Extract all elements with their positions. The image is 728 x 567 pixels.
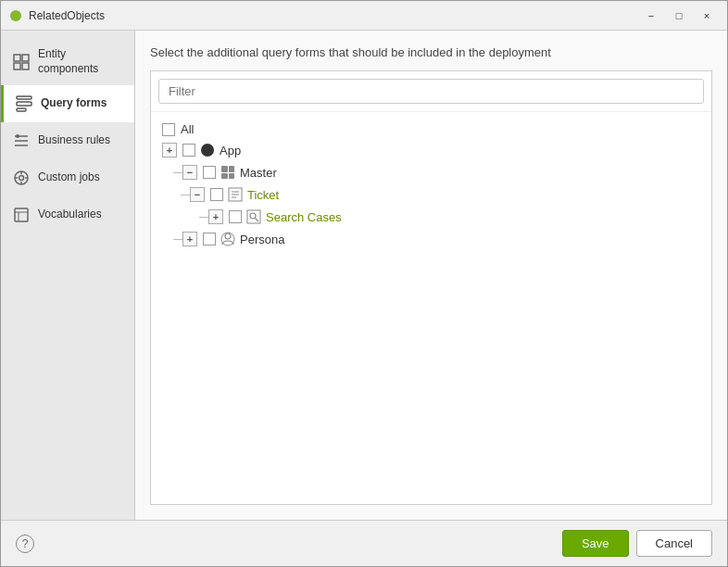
tree-node-master[interactable]: − Master — [155, 161, 708, 183]
sidebar-query-forms-label: Query forms — [41, 96, 107, 111]
svg-rect-15 — [15, 208, 28, 221]
window-controls: − □ × — [638, 6, 720, 25]
svg-rect-5 — [17, 96, 31, 99]
sidebar-custom-jobs-label: Custom jobs — [38, 170, 100, 185]
ticket-label: Ticket — [247, 188, 279, 202]
tree-area: All + App — [151, 112, 711, 504]
entity-components-icon — [12, 53, 31, 71]
window: RelatedObjects − □ × Entity components — [0, 0, 728, 567]
main-content: Entity components Query forms — [1, 31, 727, 520]
expand-master[interactable]: − — [182, 165, 197, 180]
app-label: App — [220, 144, 241, 158]
content-area: Select the additional query forms that s… — [135, 31, 727, 520]
minimize-button[interactable]: − — [638, 6, 664, 25]
master-node-icon — [220, 164, 236, 181]
window-title: RelatedObjects — [29, 9, 638, 22]
query-forms-icon — [15, 94, 33, 113]
sidebar-item-entity-components[interactable]: Entity components — [1, 38, 134, 85]
sidebar-business-rules-label: Business rules — [38, 133, 110, 148]
save-button[interactable]: Save — [562, 530, 629, 557]
persona-label: Persona — [240, 233, 284, 246]
sidebar-item-business-rules[interactable]: Business rules — [1, 122, 134, 159]
titlebar: RelatedObjects − □ × — [1, 1, 727, 31]
business-rules-icon — [12, 132, 31, 150]
master-label: Master — [240, 166, 277, 180]
all-checkbox[interactable] — [162, 123, 175, 136]
custom-jobs-icon — [12, 169, 31, 187]
checkbox-master[interactable] — [203, 166, 216, 179]
sidebar-entity-components-label: Entity components — [38, 47, 123, 76]
svg-rect-2 — [22, 55, 29, 61]
expand-ticket[interactable]: − — [190, 187, 205, 202]
svg-rect-1 — [14, 55, 20, 61]
sidebar-item-query-forms[interactable]: Query forms — [1, 85, 134, 122]
filter-input[interactable] — [158, 79, 704, 104]
sidebar-vocabularies-label: Vocabularies — [38, 208, 102, 222]
svg-rect-4 — [22, 63, 29, 69]
all-row: All — [155, 120, 708, 139]
ticket-node-icon — [227, 186, 244, 203]
svg-point-25 — [225, 233, 231, 239]
svg-rect-7 — [17, 108, 26, 111]
svg-point-0 — [10, 10, 21, 21]
app-icon — [8, 8, 23, 23]
expand-app[interactable]: + — [162, 143, 177, 158]
svg-rect-6 — [17, 102, 31, 106]
app-node-icon — [199, 142, 216, 158]
tree-node-search-cases[interactable]: + Search Cases — [155, 206, 708, 228]
maximize-button[interactable]: □ — [666, 6, 692, 25]
cancel-button[interactable]: Cancel — [636, 530, 712, 557]
sidebar-item-custom-jobs[interactable]: Custom jobs — [1, 159, 134, 196]
expand-persona[interactable]: + — [182, 232, 197, 246]
search-cases-label: Search Cases — [266, 210, 342, 224]
help-button[interactable]: ? — [16, 535, 34, 553]
vocabularies-icon — [12, 206, 31, 224]
persona-node-icon — [220, 231, 236, 247]
filter-bar — [151, 71, 711, 112]
svg-point-10 — [19, 176, 24, 181]
search-cases-node-icon — [245, 208, 262, 225]
checkbox-ticket[interactable] — [210, 188, 223, 201]
tree-node-app[interactable]: + App — [155, 139, 708, 161]
checkbox-app[interactable] — [182, 144, 195, 157]
action-buttons: Save Cancel — [562, 530, 712, 557]
tree-node-persona[interactable]: + Persona — [155, 228, 708, 250]
checkbox-search-cases[interactable] — [229, 210, 242, 223]
expand-search-cases[interactable]: + — [208, 209, 223, 224]
checkbox-persona[interactable] — [203, 233, 216, 246]
content-description: Select the additional query forms that s… — [150, 45, 712, 59]
svg-point-8 — [16, 134, 19, 138]
bottom-bar: ? Save Cancel — [1, 520, 727, 566]
tree-panel: All + App — [150, 70, 712, 505]
sidebar-item-vocabularies[interactable]: Vocabularies — [1, 196, 134, 233]
all-label: All — [181, 122, 194, 136]
close-button[interactable]: × — [694, 6, 720, 25]
tree-node-ticket[interactable]: − Ticket — [155, 183, 708, 206]
svg-rect-3 — [14, 63, 20, 69]
sidebar: Entity components Query forms — [1, 31, 135, 520]
